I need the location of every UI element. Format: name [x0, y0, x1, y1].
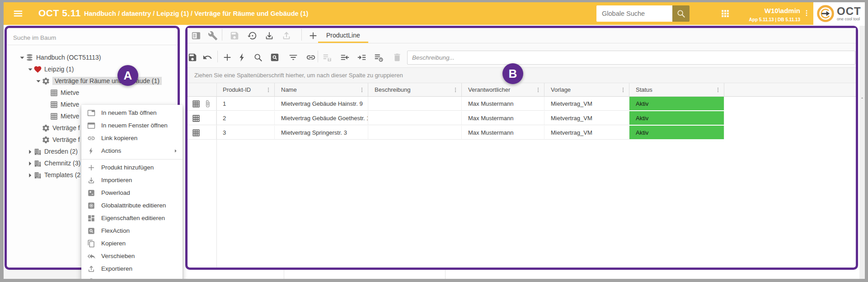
menu-item-importieren[interactable]: Importieren — [81, 174, 183, 187]
wrench-icon[interactable] — [208, 31, 218, 41]
link-icon[interactable] — [306, 52, 316, 62]
column-header-name[interactable]: Name — [275, 83, 368, 96]
cell-verantwortlicher: Max Mustermann — [462, 111, 544, 125]
menu-item-eigenschaften-editieren[interactable]: Eigenschaften editieren — [81, 212, 183, 225]
column-menu-icon[interactable] — [266, 87, 271, 93]
grid-header-filler — [724, 83, 855, 96]
search-icon[interactable] — [253, 52, 263, 62]
open-record-icon[interactable] — [192, 99, 201, 108]
column-menu-icon[interactable] — [359, 87, 365, 93]
column-header-verantwortlicher[interactable]: Verantwortlicher — [462, 83, 544, 96]
column-menu-icon[interactable] — [620, 87, 626, 93]
menu-item-label: Exportieren — [101, 263, 132, 275]
tree-search-input[interactable] — [12, 32, 172, 43]
powerload-icon — [87, 189, 95, 197]
column-header-label: Name — [281, 86, 297, 93]
undo-icon[interactable] — [202, 52, 212, 62]
gear-icon — [42, 136, 50, 144]
scroll-up-icon[interactable] — [860, 96, 864, 100]
logo: OCT one cool tool — [813, 2, 865, 25]
menu-item-label: Produkt hinzufügen — [101, 161, 154, 174]
toolbar-separator — [222, 29, 222, 41]
menu-item-produkt-hinzuf-gen[interactable]: Produkt hinzufügen — [81, 161, 183, 174]
export-icon — [282, 31, 291, 41]
boxed-search-icon[interactable] — [270, 52, 280, 62]
menu-item-kopieren[interactable]: Kopieren — [81, 237, 183, 250]
table-icon — [50, 100, 58, 109]
divider — [7, 45, 178, 45]
open-record-icon[interactable] — [192, 114, 201, 123]
menu-item-verschieben[interactable]: Verschieben — [81, 250, 183, 263]
menu-item-label: FlexAction — [101, 225, 130, 237]
table-row[interactable]: 2Mietvertrag Gebäude Goethestr. 1Max Mus… — [188, 111, 856, 126]
tab-productline[interactable]: ProductLine — [318, 28, 368, 43]
filter-icon[interactable] — [288, 52, 298, 62]
tree-item-label: Mietve — [61, 113, 79, 120]
hamburger-menu-icon[interactable] — [13, 9, 23, 19]
menu-item-label: Actions — [101, 145, 121, 157]
bolt-icon[interactable] — [237, 52, 247, 62]
menu-item-in-neuem-tab-ffnen[interactable]: In neuem Tab öffnen — [81, 107, 183, 119]
building-icon — [33, 171, 42, 179]
table-row[interactable]: 3Mietvertrag Springerstr. 3Max Musterman… — [188, 126, 856, 140]
export-icon — [87, 265, 95, 273]
column-header-label: Status — [636, 86, 652, 93]
tree-item-label: Mietve — [61, 101, 79, 108]
menu-item-powerload[interactable]: Powerload — [81, 187, 183, 199]
tree-item[interactable]: Mietve — [7, 87, 178, 99]
outdent-icon[interactable] — [340, 52, 350, 62]
tree-item[interactable]: Leipzig (1) — [7, 64, 178, 75]
user-menu-icon[interactable] — [803, 8, 810, 18]
add-icon[interactable] — [222, 52, 232, 62]
tree-item-label: Mietve — [61, 89, 79, 96]
context-menu: In neuem Tab öffnenIn neuem Fenster öffn… — [81, 105, 183, 279]
menu-item-actions[interactable]: Actions — [81, 145, 183, 157]
copy-icon — [87, 240, 95, 248]
column-header-produkt_id[interactable]: Produkt-ID — [216, 83, 275, 96]
table-icon — [50, 112, 58, 121]
column-header-beschreibung[interactable]: Beschreibung — [368, 83, 462, 96]
add-icon[interactable] — [308, 31, 318, 41]
menu-item-globalattribute-editieren[interactable]: Globalattribute editieren — [81, 199, 183, 212]
open-record-icon[interactable] — [192, 128, 201, 137]
grid-filter-input[interactable] — [407, 51, 855, 65]
column-header-vorlage[interactable]: Vorlage — [544, 83, 629, 96]
row-history-icon[interactable] — [374, 52, 384, 62]
user-name[interactable]: W10\admin — [727, 7, 800, 14]
annotation-badge-b: B — [502, 63, 523, 84]
view-sidebar-icon[interactable] — [191, 31, 201, 41]
global-search-button[interactable] — [672, 5, 690, 22]
tree-item-label: Verträge f — [52, 136, 80, 143]
menu-item-exportieren[interactable]: Exportieren — [81, 263, 183, 275]
cell-status: Aktiv — [629, 111, 724, 125]
building-icon — [33, 147, 42, 156]
menu-item-label: Powerload — [101, 187, 130, 199]
tree-item[interactable]: Verträge für Räume und Gebäude (1) — [7, 75, 178, 87]
column-menu-icon[interactable] — [715, 87, 721, 93]
menu-item-link-kopieren[interactable]: Link kopieren — [81, 132, 183, 145]
link-icon — [87, 134, 95, 142]
tree-item-label: Leipzig (1) — [44, 66, 74, 73]
indent-icon[interactable] — [357, 52, 367, 62]
menu-item-in-neuem-fenster-ffnen[interactable]: In neuem Fenster öffnen — [81, 119, 183, 132]
cell-vorlage: Mietvertrag_VM — [544, 111, 629, 125]
gear-icon — [42, 77, 50, 85]
move-icon — [87, 252, 95, 260]
menu-item-l-schen[interactable]: Löschen — [81, 275, 183, 279]
column-menu-icon[interactable] — [453, 87, 458, 93]
tree-item-label: Verträge f — [52, 124, 80, 132]
column-menu-icon[interactable] — [535, 87, 541, 93]
divider — [216, 83, 217, 268]
annotation-badge-a: A — [117, 65, 138, 86]
menu-item-label: In neuem Fenster öffnen — [101, 119, 168, 132]
global-search-input[interactable] — [596, 5, 672, 22]
menu-item-flexaction[interactable]: FlexAction — [81, 225, 183, 237]
save-icon[interactable] — [188, 52, 197, 62]
table-row[interactable]: 1Mietvertrag Gebäude Hainstr. 9Max Muste… — [188, 97, 856, 111]
history-icon[interactable] — [247, 31, 257, 41]
menu-item-label: Globalattribute editieren — [101, 199, 166, 212]
column-header-status[interactable]: Status — [629, 83, 724, 96]
tree-item[interactable]: Handbuch (OCT51113) — [7, 52, 178, 64]
import-icon[interactable] — [264, 31, 274, 41]
vertical-scrollbar[interactable] — [859, 26, 865, 279]
